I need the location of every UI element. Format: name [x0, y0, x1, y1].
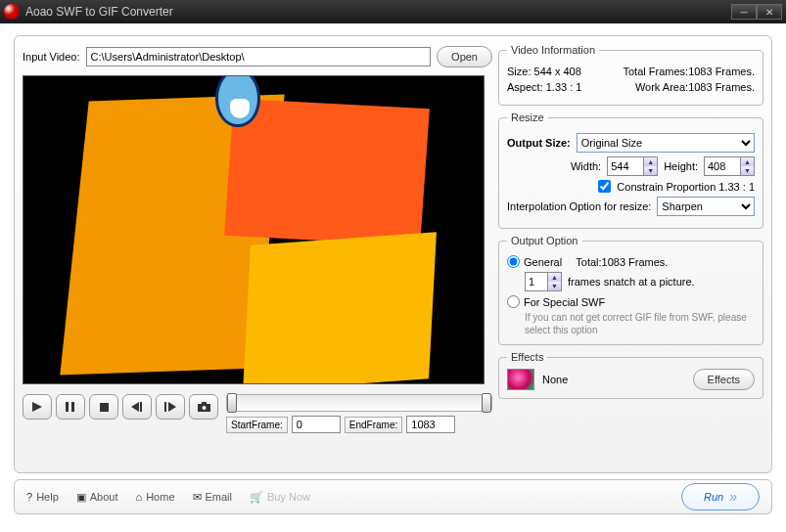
svg-rect-2	[71, 402, 74, 412]
bottom-panel: ?Help ▣About ⌂Home ✉Email 🛒Buy Now Run»	[14, 479, 772, 514]
input-video-label: Input Video:	[23, 51, 80, 63]
cart-icon: 🛒	[250, 491, 263, 504]
play-button[interactable]	[23, 394, 52, 420]
home-icon: ⌂	[136, 491, 143, 503]
startframe-input[interactable]	[292, 416, 341, 433]
svg-rect-9	[202, 402, 207, 405]
constrain-label: Constrain Proportion 1.33 : 1	[617, 181, 755, 193]
email-icon: ✉	[193, 491, 202, 504]
special-note: If you can not get correct GIF file from…	[525, 311, 755, 336]
main-panel: Input Video: Open StartFr	[14, 35, 772, 473]
width-stepper[interactable]: ▲▼	[607, 156, 658, 176]
interpolation-select[interactable]: Sharpen	[657, 197, 755, 216]
startframe-label: StartFrame:	[226, 417, 288, 433]
effect-name: None	[542, 374, 685, 385]
constrain-checkbox[interactable]	[598, 180, 611, 193]
help-icon: ?	[26, 491, 32, 503]
work-area: 1083 Frames.	[688, 81, 755, 93]
help-link[interactable]: ?Help	[26, 491, 59, 504]
snapshot-button[interactable]	[189, 394, 218, 420]
video-size: 544 x 408	[534, 66, 581, 77]
snatch-stepper[interactable]: ▲▼	[525, 272, 562, 291]
email-link[interactable]: ✉Email	[193, 491, 233, 504]
total-frames: 1083 Frames.	[688, 66, 755, 77]
height-stepper[interactable]: ▲▼	[704, 156, 755, 176]
output-size-select[interactable]: Original Size	[577, 133, 755, 153]
special-radio[interactable]	[507, 295, 520, 308]
close-button[interactable]: ✕	[757, 4, 782, 20]
general-radio[interactable]	[507, 255, 520, 268]
svg-rect-6	[164, 402, 166, 412]
stop-button[interactable]	[89, 394, 118, 420]
video-information-group: Video Information Size: 544 x 408 Total …	[498, 44, 763, 106]
effect-thumbnail	[507, 369, 534, 390]
about-link[interactable]: ▣About	[76, 491, 118, 504]
run-button[interactable]: Run»	[681, 483, 760, 510]
window-title: Aoao SWF to GIF Converter	[25, 5, 731, 19]
open-button[interactable]: Open	[437, 46, 492, 67]
video-information-legend: Video Information	[507, 44, 599, 56]
endframe-label: EndFrame:	[345, 417, 402, 433]
home-link[interactable]: ⌂Home	[136, 491, 175, 504]
svg-marker-0	[32, 402, 42, 412]
next-frame-button[interactable]	[156, 394, 185, 420]
general-total: Total:1083 Frames.	[576, 256, 668, 268]
app-icon	[4, 4, 20, 20]
video-aspect: 1.33 : 1	[546, 81, 582, 93]
run-arrow-icon: »	[729, 489, 737, 505]
input-video-path[interactable]	[86, 47, 432, 66]
minimize-button[interactable]: ─	[731, 4, 757, 20]
svg-rect-1	[66, 402, 69, 412]
prev-frame-button[interactable]	[122, 394, 152, 420]
effects-button[interactable]: Effects	[693, 369, 755, 390]
svg-marker-4	[131, 402, 139, 412]
video-preview	[23, 75, 485, 384]
output-size-label: Output Size:	[507, 137, 571, 149]
output-option-group: Output Option General Total:1083 Frames.…	[498, 235, 763, 345]
titlebar: Aoao SWF to GIF Converter ─ ✕	[0, 0, 786, 23]
buy-link[interactable]: 🛒Buy Now	[250, 491, 310, 504]
pause-button[interactable]	[56, 394, 85, 420]
svg-marker-7	[168, 402, 176, 412]
endframe-input[interactable]	[406, 416, 455, 433]
effects-group: Effects None Effects	[498, 351, 763, 399]
svg-rect-3	[100, 403, 109, 412]
resize-group: Resize Output Size: Original Size Width:…	[498, 111, 763, 229]
range-slider[interactable]	[226, 394, 492, 412]
about-icon: ▣	[76, 491, 86, 504]
svg-rect-5	[140, 402, 142, 412]
svg-point-10	[202, 406, 206, 410]
